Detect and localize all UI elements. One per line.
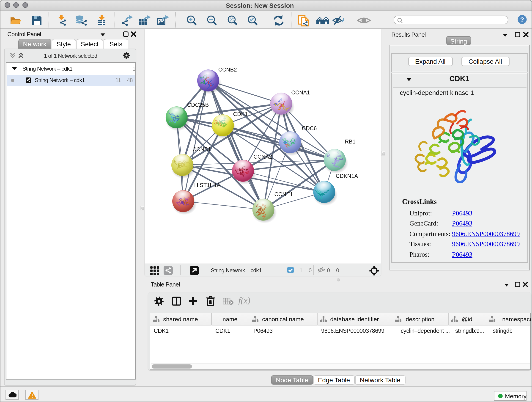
svg-text:CDC6: CDC6 — [302, 125, 317, 131]
svg-text:CDKN1A: CDKN1A — [336, 173, 358, 179]
svg-text:CCNA2: CCNA2 — [253, 153, 272, 160]
svg-text:CDK1: CDK1 — [233, 111, 248, 117]
svg-text:CCNE1: CCNE1 — [274, 191, 293, 197]
svg-text:RB1: RB1 — [345, 138, 355, 145]
svg-text:CDC25B: CDC25B — [187, 102, 209, 108]
svg-text:CCNB1: CCNB1 — [192, 146, 211, 153]
svg-text:CCNA1: CCNA1 — [291, 89, 310, 96]
svg-text:CCNB2: CCNB2 — [218, 66, 237, 73]
svg-text:HIST1H1A: HIST1H1A — [194, 182, 220, 188]
svg-text:?: ? — [520, 16, 524, 23]
